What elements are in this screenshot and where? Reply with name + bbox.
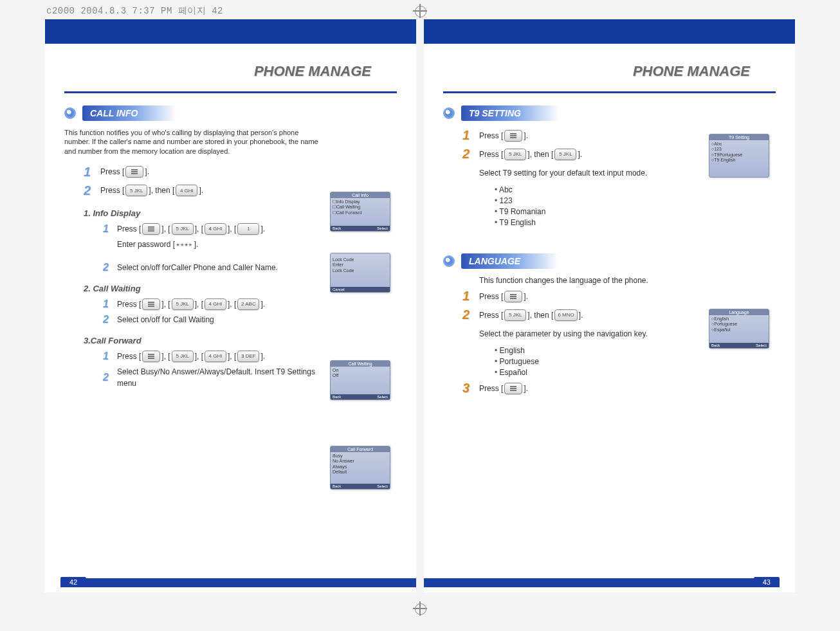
language-step3: 3 Press [ ]. [462,381,776,396]
language-options: English Portuguese Español [495,346,776,377]
step-number: 1 [462,128,479,143]
screenshot-lock-code: Lock Code Enter Lock Code Cancel [330,253,390,293]
title-underline [443,91,776,93]
key-5-icon: 5 JKL [172,298,194,310]
bullet-icon [443,255,455,267]
step-text: Press [ ], [ 5 JKL ], [ 4 GHI ], [ 1 ]. [117,223,265,235]
page-title: PHONE MANAGE [64,63,371,80]
step-number: 2 [103,372,117,383]
menu-key-icon [142,223,160,235]
password-text: Enter password [ ✳✳✳✳ ]. [117,240,198,249]
page-num-strip [60,578,416,587]
step-text: Press [ ], [ 5 JKL ], [ 4 GHI ], [ 2 ABC… [117,298,265,310]
step-text: Select the parameter by using the naviga… [479,329,648,338]
step-text: Press [ 5 JKL ], then [ 6 MNO ]. [479,309,583,321]
page-spread: PHONE MANAGE CALL INFO This function not… [45,19,795,592]
key-2-icon: 2 ABC [237,298,259,310]
step-text: Select on/off for Call Waiting [117,315,214,324]
step-number: 2 [84,183,100,198]
menu-key-icon [504,130,522,142]
step-number: 2 [103,262,117,273]
screenshot-call-info: Call Info ☐Info Display ☐Call Waiting ☐C… [330,192,390,232]
key-4-icon: 4 GHI [176,185,197,196]
list-item: T9 English [495,218,776,227]
page-42: PHONE MANAGE CALL INFO This function not… [45,19,416,592]
page-title: PHONE MANAGE [443,63,750,80]
step-text: Press [ ]. [479,383,528,394]
intro-text: This function changes the language of th… [479,276,648,285]
menu-key-icon [504,383,522,394]
section-title: LANGUAGE [461,253,559,269]
menu-key-icon [142,298,160,310]
step-text: Select Busy/No Answer/Always/Default. In… [117,366,329,389]
key-1-icon: 1 [237,223,259,235]
list-item: Español [495,368,776,377]
key-5-icon: 5 JKL [172,351,194,362]
step-text: Press [ 5 JKL ], then [ 4 GHI ]. [100,185,203,196]
subheading-call-forward: 3.Call Forward [84,336,397,345]
menu-key-icon [125,166,143,178]
key-3-icon: 3 DEF [237,351,259,362]
key-4-icon: 4 GHI [205,298,226,310]
section-title: CALL INFO [82,105,176,121]
key-5-icon: 5 JKL [172,223,194,235]
key-6-icon: 6 MNO [554,309,577,321]
page-number: 43 [754,577,780,587]
screenshot-call-forward: Call Forward Busy No Answer Always Defau… [330,446,390,489]
call-waiting-step2: 2 Select on/off for Call Waiting [103,314,397,325]
call-info-intro: This function notifies you of who's call… [64,128,322,156]
step-number: 2 [462,147,479,161]
key-4-icon: 4 GHI [205,223,226,235]
step-number: 1 [103,223,117,235]
language-intro: This function changes the language of th… [479,276,776,285]
step-text: Press [ 5 JKL ], then [ 5 JKL ]. [479,149,582,160]
page-top-bar [45,19,416,44]
menu-key-icon [142,351,160,362]
step-text: Select T9 setting for your default text … [479,169,647,178]
list-item: Abc [495,185,776,194]
list-item: Portuguese [495,357,776,366]
registration-mark-top [413,4,427,18]
step-text: Press [ ]. [479,291,528,302]
step-text: Select on/off forCaller Phone and Caller… [117,262,278,273]
step-number: 2 [462,307,479,322]
step-number: 3 [462,381,479,396]
bullet-icon [64,107,76,119]
step-number: 1 [462,289,479,304]
step-text: Press [ ]. [479,130,528,142]
list-item: 123 [495,196,776,205]
screenshot-call-waiting: Call Waiting On Off BackSelect [330,360,390,400]
info-display-password: . Enter password [ ✳✳✳✳ ]. [103,239,397,250]
key-5-icon: 5 JKL [504,309,526,321]
print-header: c2000 2004.8.3 7:37 PM 페이지 42 [46,5,223,17]
step-number: 1 [84,165,100,179]
step-number: 1 [103,351,117,362]
page-43: PHONE MANAGE T9 SETTING 1 Press [ ]. 2 P… [424,19,795,592]
key-5-icon: 5 JKL [554,149,576,160]
page-top-bar [424,19,795,44]
screenshot-language: Language ○English ○Portuguese ○Español B… [709,309,769,349]
call-info-step1: 1 Press [ ]. [84,165,397,179]
key-4-icon: 4 GHI [205,351,226,362]
step-number: 1 [103,298,117,310]
list-item: T9 Romanian [495,207,776,216]
section-t9-header: T9 SETTING [443,105,776,122]
menu-key-icon [504,291,522,302]
registration-mark-bottom [413,601,427,616]
title-underline [64,91,397,93]
page-num-strip [424,578,780,587]
step-text: Press [ ], [ 5 JKL ], [ 4 GHI ], [ 3 DEF… [117,351,265,362]
call-waiting-step1: 1 Press [ ], [ 5 JKL ], [ 4 GHI ], [ 2 A… [103,298,397,310]
key-5-icon: 5 JKL [504,149,526,160]
key-5-icon: 5 JKL [125,185,147,196]
step-number: 2 [103,314,117,325]
bullet-icon [443,107,455,119]
step-text: Press [ ]. [100,166,149,178]
screenshot-t9-setting: T9 Setting ○Abc ○123 ○T9Portuguese ○T9 E… [709,134,769,178]
language-step1: 1 Press [ ]. [462,289,776,304]
section-call-info-header: CALL INFO [64,105,397,122]
page-number: 42 [60,577,86,587]
section-title: T9 SETTING [461,105,560,121]
t9-options: Abc 123 T9 Romanian T9 English [495,185,776,227]
section-language-header: LANGUAGE [443,253,776,270]
